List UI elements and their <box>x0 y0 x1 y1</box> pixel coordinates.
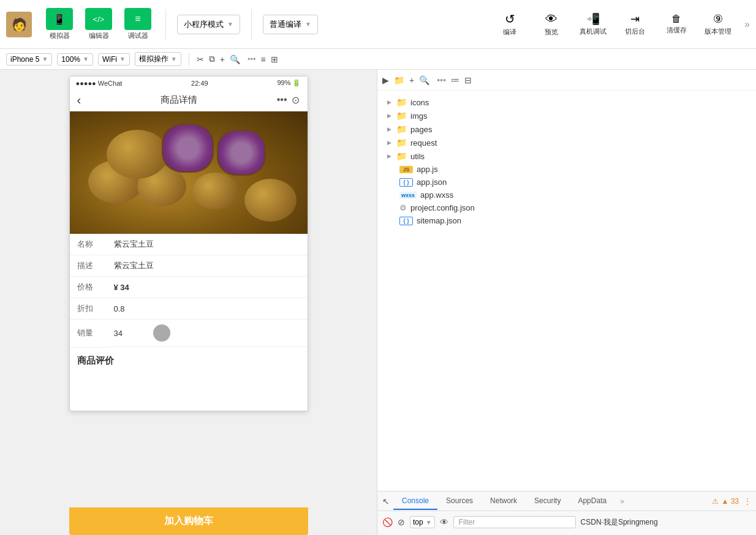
file-name-app-json: app.json <box>417 178 447 187</box>
signal-label: ●●●●● WeChat <box>76 80 123 87</box>
potato-cut-1 <box>162 124 214 173</box>
copy-icon[interactable]: ⧉ <box>209 54 215 64</box>
devtools-options-icon[interactable]: ⋮ <box>744 497 751 506</box>
context-select[interactable]: top ▼ <box>410 516 435 528</box>
arrow-utils: ▶ <box>387 153 391 159</box>
phone-frame: ●●●●● WeChat 22:49 99% 🔋 ‹ 商品详情 ••• ⊙ <box>69 76 308 411</box>
preview-button[interactable]: 👁 预览 <box>536 12 567 37</box>
devtools-cursor-icon[interactable]: ↖ <box>382 496 390 506</box>
device-select[interactable]: iPhone 5 ▼ <box>6 53 52 65</box>
real-debug-label: 真机调试 <box>580 27 607 36</box>
tab-appdata[interactable]: AppData <box>569 493 615 510</box>
sep-2 <box>251 9 252 40</box>
search-file-icon[interactable]: 🔍 <box>419 75 429 85</box>
console-block-icon[interactable]: 🚫 <box>382 517 393 527</box>
editor-label: 编辑器 <box>89 31 109 40</box>
desc-label: 描述 <box>70 255 107 277</box>
zoom-select[interactable]: 100% ▼ <box>57 53 93 65</box>
ellipsis-icon[interactable]: ••• <box>248 54 256 64</box>
list-file-icon[interactable]: ≔ <box>451 75 459 85</box>
real-debug-button[interactable]: 📲 真机调试 <box>578 12 608 36</box>
file-app-js[interactable]: JS app.js <box>377 163 756 176</box>
more-file-icon[interactable]: ••• <box>437 75 446 85</box>
folder-request[interactable]: ▶ 📁 request <box>377 136 756 149</box>
rating-area: 商品评价 <box>70 348 308 374</box>
editor-button[interactable]: </> 编辑器 <box>82 8 115 40</box>
file-name-app-js: app.js <box>417 165 438 174</box>
layout-icon[interactable]: ⊟ <box>464 75 472 85</box>
tab-network[interactable]: Network <box>482 493 526 510</box>
mode-arrow-icon: ▼ <box>227 21 233 28</box>
folder-icon-imgs: 📁 <box>396 111 407 121</box>
folder-imgs[interactable]: ▶ 📁 imgs <box>377 109 756 122</box>
collapse-icon[interactable]: ▶ <box>382 75 389 85</box>
table-row-name: 名称 紫云宝土豆 <box>70 234 308 255</box>
folder-icons[interactable]: ▶ 📁 icons <box>377 95 756 109</box>
add-file-icon[interactable]: + <box>409 75 414 85</box>
mode-dropdown[interactable]: 小程序模式 ▼ <box>177 15 240 34</box>
right-panel: ▶ 📁 + 🔍 ••• ≔ ⊟ ▶ 📁 icons ▶ 📁 imgs ▶ � <box>377 70 756 535</box>
add-to-cart-button[interactable]: 加入购物车 <box>69 507 308 535</box>
devtools-console-row: 🚫 ⊘ top ▼ 👁 Filter CSDN·我是Springmeng <box>377 511 756 533</box>
page-title: 商品详情 <box>161 94 197 106</box>
folder-icon-pages: 📁 <box>396 124 407 134</box>
simulator-icon: 📱 <box>46 8 73 30</box>
debugger-button[interactable]: ≡ 调试器 <box>121 8 154 40</box>
device-arrow-icon: ▼ <box>42 56 48 62</box>
real-debug-icon: 📲 <box>586 12 600 26</box>
warning-badge: ⚠ ▲ 33 ⋮ <box>712 497 751 506</box>
list-icon[interactable]: ≡ <box>261 54 266 64</box>
compile-dropdown[interactable]: 普通编译 ▼ <box>263 15 318 34</box>
simulator-button[interactable]: 📱 模拟器 <box>43 8 76 40</box>
warning-count: ▲ 33 <box>721 497 739 506</box>
folder-icon[interactable]: 📁 <box>394 75 404 85</box>
file-project-config[interactable]: ⚙ project.config.json <box>377 201 756 214</box>
folder-utils[interactable]: ▶ 📁 utils <box>377 149 756 163</box>
console-pause-icon[interactable]: ⊘ <box>398 517 405 527</box>
search-icon[interactable]: 🔍 <box>230 54 240 64</box>
tab-console[interactable]: Console <box>393 493 437 510</box>
arrow-imgs: ▶ <box>387 113 391 119</box>
avatar: 🧑 <box>6 12 32 37</box>
bottom-spacer <box>70 374 308 411</box>
filter-input[interactable]: Filter <box>453 516 576 528</box>
add-to-cart-label: 加入购物车 <box>164 515 213 526</box>
format-icon[interactable]: ⊞ <box>271 54 278 64</box>
potato-item-5 <box>107 130 168 179</box>
background-button[interactable]: ⇥ 切后台 <box>619 12 650 36</box>
zoom-label: 100% <box>61 55 80 64</box>
network-select[interactable]: WiFi ▼ <box>98 53 130 65</box>
devtools-more-icon[interactable]: » <box>615 493 629 509</box>
phone-panel: ●●●●● WeChat 22:49 99% 🔋 ‹ 商品详情 ••• ⊙ <box>0 70 377 535</box>
folder-pages[interactable]: ▶ 📁 pages <box>377 122 756 136</box>
operation-select[interactable]: 模拟操作 ▼ <box>135 52 181 66</box>
name-label: 名称 <box>70 234 107 255</box>
version-label: 版本管理 <box>705 27 731 36</box>
add-icon[interactable]: + <box>220 54 225 64</box>
nav-more-icon[interactable]: ••• <box>277 94 287 106</box>
scroll-dot <box>153 324 170 342</box>
file-app-wxss[interactable]: wxss app.wxss <box>377 189 756 201</box>
more-icon[interactable]: » <box>744 19 750 30</box>
wxss-badge: wxss <box>399 192 417 199</box>
file-app-json[interactable]: { } app.json <box>377 176 756 189</box>
file-sitemap-json[interactable]: { } sitemap.json <box>377 214 756 227</box>
battery-label: 99% 🔋 <box>277 79 301 87</box>
nav-record-icon[interactable]: ⊙ <box>292 94 300 106</box>
top-toolbar: 🧑 📱 模拟器 </> 编辑器 ≡ 调试器 小程序模式 ▼ 普通编译 ▼ ↺ 编… <box>0 0 756 49</box>
table-row-sales: 销量 34 <box>70 320 308 348</box>
version-button[interactable]: ⑨ 版本管理 <box>703 12 733 36</box>
eye-icon[interactable]: 👁 <box>440 517 448 527</box>
arrow-request: ▶ <box>387 140 391 146</box>
cut-icon[interactable]: ✂ <box>197 54 204 64</box>
tab-sources[interactable]: Sources <box>437 493 482 510</box>
tab-security[interactable]: Security <box>526 493 569 510</box>
compile-action-button[interactable]: ↺ 编译 <box>494 12 525 37</box>
preview-icon: 👁 <box>545 12 558 26</box>
clear-cache-button[interactable]: 🗑 清缓存 <box>661 13 692 35</box>
toolbar-actions: ↺ 编译 👁 预览 📲 真机调试 ⇥ 切后台 🗑 清缓存 ⑨ 版本管理 » <box>494 12 750 37</box>
back-button[interactable]: ‹ <box>77 93 81 107</box>
price-value: ¥ 34 <box>107 277 308 298</box>
table-row-discount: 折扣 0.8 <box>70 298 308 320</box>
context-arrow-icon: ▼ <box>426 519 432 526</box>
